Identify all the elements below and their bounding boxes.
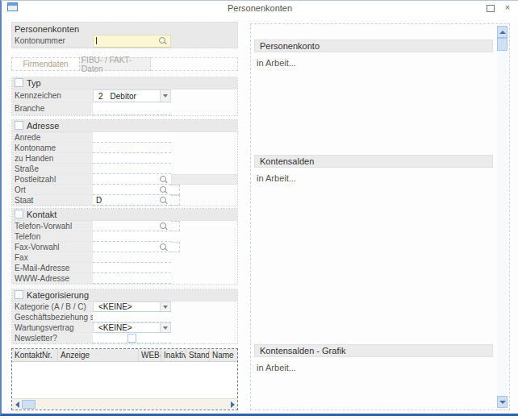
contacts-table-body[interactable] bbox=[12, 362, 237, 398]
group-title: Kategorisierung bbox=[27, 290, 89, 300]
telefon-vorwahl-row: Telefon-Vorwahl bbox=[12, 221, 237, 231]
group-title: Typ bbox=[27, 78, 41, 88]
account-number-input[interactable] bbox=[93, 35, 171, 48]
kontoname-row: Kontoname bbox=[12, 143, 237, 153]
column-anzeige[interactable]: Anzeige bbox=[58, 349, 139, 361]
fax-input[interactable] bbox=[93, 252, 171, 263]
wartungsvertrag-row: Wartungsvertrag <KEINE> bbox=[12, 322, 237, 333]
search-icon[interactable] bbox=[160, 243, 166, 250]
email-row: E-Mail-Adresse bbox=[12, 263, 237, 273]
branche-label: Branche bbox=[12, 102, 93, 115]
section-header-kontensalden-grafik: Kontensalden - Grafik bbox=[254, 344, 493, 357]
anrede-input[interactable] bbox=[93, 132, 171, 143]
staat-input[interactable]: D bbox=[93, 195, 171, 206]
text-caret bbox=[96, 37, 97, 44]
maximize-icon[interactable] bbox=[484, 2, 495, 13]
kategorie-select[interactable]: <KEINE> bbox=[93, 301, 171, 312]
titlebar[interactable]: Personenkonten × bbox=[2, 1, 518, 15]
account-search-group: Personenkonten Kontonummer bbox=[11, 22, 238, 48]
branche-row: Branche bbox=[12, 102, 237, 115]
strasse-row: Straße bbox=[12, 164, 237, 174]
vertical-scrollbar[interactable] bbox=[497, 26, 508, 408]
typ-checkbox[interactable] bbox=[15, 78, 23, 87]
column-inaktiv[interactable]: Inaktiv bbox=[161, 349, 186, 361]
dropdown-arrow-icon[interactable] bbox=[160, 90, 170, 102]
search-icon[interactable] bbox=[160, 197, 166, 203]
kennzeichen-select[interactable]: 2 Debitor bbox=[93, 89, 171, 102]
scroll-right-icon[interactable] bbox=[228, 399, 237, 410]
adresse-group: Adresse Anrede Kontoname zu Handen Straß… bbox=[11, 119, 238, 206]
zu-handen-row: zu Handen bbox=[12, 153, 237, 164]
telefon-input[interactable] bbox=[93, 231, 171, 242]
contacts-table: KontaktNr. Anzeige WEB-B. Inaktiv Stand.… bbox=[11, 348, 238, 410]
newsletter-field bbox=[93, 333, 171, 343]
tab-firmendaten[interactable]: Firmendaten bbox=[11, 57, 80, 71]
group-title: Personenkonten bbox=[12, 23, 237, 35]
tab-fibu-fakt-daten[interactable]: FIBU- / FAKT-Daten bbox=[81, 57, 151, 71]
close-icon[interactable]: × bbox=[502, 2, 513, 13]
email-input[interactable] bbox=[93, 263, 171, 273]
branche-input[interactable] bbox=[93, 102, 171, 115]
search-icon[interactable] bbox=[160, 186, 166, 193]
tab-strip-filler bbox=[151, 57, 238, 71]
geschaeftsbeziehung-input[interactable] bbox=[93, 312, 171, 322]
kennzeichen-row: Kennzeichen 2 Debitor bbox=[12, 89, 237, 102]
section-body: in Arbeit... bbox=[257, 173, 296, 183]
scroll-left-icon[interactable] bbox=[12, 399, 22, 410]
section-header-kontensalden: Kontensalden bbox=[254, 155, 493, 168]
fax-vorwahl-input[interactable] bbox=[93, 242, 171, 252]
contacts-table-header: KontaktNr. Anzeige WEB-B. Inaktiv Stand.… bbox=[12, 349, 237, 362]
geschaeftsbeziehung-row: Geschäftsbeziehung seit bbox=[12, 312, 237, 322]
scroll-down-icon[interactable] bbox=[497, 396, 508, 408]
search-icon[interactable] bbox=[160, 176, 166, 182]
newsletter-checkbox[interactable] bbox=[127, 334, 136, 343]
search-icon[interactable] bbox=[160, 222, 166, 229]
column-web-b[interactable]: WEB-B. bbox=[139, 349, 161, 361]
window-title: Personenkonten bbox=[2, 3, 518, 13]
window: Personenkonten × Personenkonten Kontonum… bbox=[0, 0, 518, 416]
kennzeichen-label: Kennzeichen bbox=[12, 89, 93, 102]
scrollbar-thumb[interactable] bbox=[22, 400, 36, 409]
telefon-row: Telefon bbox=[12, 231, 237, 242]
anrede-row: Anrede bbox=[12, 132, 237, 143]
kategorisierung-group: Kategorisierung Kategorie (A / B / C) <K… bbox=[11, 289, 238, 344]
tab-strip: Firmendaten FIBU- / FAKT-Daten bbox=[11, 57, 238, 71]
column-name[interactable]: Name bbox=[210, 349, 237, 361]
kontakt-checkbox[interactable] bbox=[15, 210, 23, 218]
group-title: Adresse bbox=[27, 121, 59, 131]
kategorisierung-checkbox[interactable] bbox=[15, 290, 23, 299]
kontoname-input[interactable] bbox=[93, 143, 171, 153]
telefon-vorwahl-input[interactable] bbox=[93, 221, 171, 231]
search-icon[interactable] bbox=[159, 37, 165, 44]
strasse-input[interactable] bbox=[93, 164, 171, 174]
fax-vorwahl-row: Fax-Vorwahl bbox=[12, 242, 237, 252]
typ-group: Typ Kennzeichen 2 Debitor Branche bbox=[11, 77, 238, 116]
kategorie-row: Kategorie (A / B / C) <KEINE> bbox=[12, 301, 237, 312]
scroll-up-icon[interactable] bbox=[497, 26, 508, 38]
section-body: in Arbeit... bbox=[257, 58, 296, 68]
postleitzahl-input[interactable] bbox=[93, 174, 171, 185]
www-input[interactable] bbox=[93, 273, 171, 284]
dropdown-arrow-icon[interactable] bbox=[160, 323, 170, 332]
scrollbar-thumb[interactable] bbox=[497, 38, 508, 51]
ort-row: Ort bbox=[12, 185, 237, 195]
section-header-personenkonto: Personenkonto bbox=[254, 40, 493, 52]
adresse-checkbox[interactable] bbox=[15, 121, 23, 130]
account-number-label: Kontonummer bbox=[12, 35, 93, 48]
column-kontaktnr[interactable]: KontaktNr. bbox=[12, 349, 58, 361]
column-stand[interactable]: Stand... bbox=[186, 349, 210, 361]
zu-handen-input[interactable] bbox=[93, 153, 171, 164]
postleitzahl-row: Postleitzahl bbox=[12, 174, 237, 185]
info-panel: Personenkonto in Arbeit... Kontensalden … bbox=[250, 23, 510, 410]
newsletter-row: Newsletter? bbox=[12, 333, 237, 343]
fax-row: Fax bbox=[12, 252, 237, 263]
kontakt-group: Kontakt Telefon-Vorwahl Telefon Fax-Vorw… bbox=[11, 208, 238, 285]
staat-row: Staat D bbox=[12, 195, 237, 206]
wartungsvertrag-select[interactable]: <KEINE> bbox=[93, 322, 171, 333]
dropdown-arrow-icon[interactable] bbox=[160, 302, 170, 311]
horizontal-scrollbar[interactable] bbox=[12, 398, 237, 410]
section-body: in Arbeit... bbox=[257, 363, 296, 372]
group-title: Kontakt bbox=[27, 210, 56, 219]
www-row: WWW-Adresse bbox=[12, 273, 237, 284]
ort-input[interactable] bbox=[93, 185, 171, 195]
